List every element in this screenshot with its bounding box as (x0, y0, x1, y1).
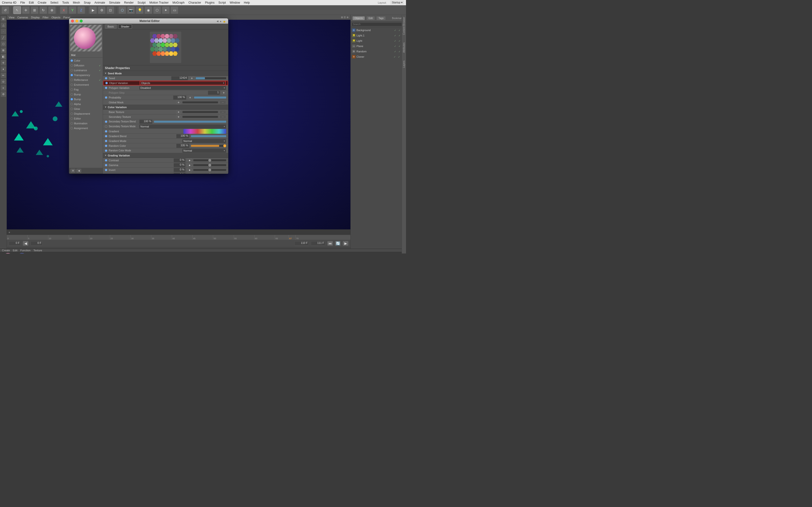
channel-color[interactable]: Color · · · · · · · (69, 58, 103, 63)
global-mask-slider[interactable] (183, 101, 218, 103)
x-axis[interactable]: X (60, 6, 68, 14)
menu-item-plugin[interactable]: Plugins (205, 1, 214, 4)
texture-material-btn[interactable]: Texture (33, 249, 42, 252)
render-region[interactable]: ⊡ (107, 6, 114, 14)
poly-variation-dropdown[interactable]: Disabled ▾ (139, 86, 226, 90)
secondary-blend-slider[interactable] (154, 121, 226, 123)
contrast-slider[interactable] (193, 159, 226, 161)
secondary-texture-btn[interactable]: ⊕ (176, 115, 181, 119)
mat-arrow-left[interactable]: ◀ (216, 20, 218, 22)
channel-transparency[interactable]: Transparency · · · · · · (69, 73, 103, 77)
hue-center[interactable]: ◆ (187, 173, 192, 174)
obj-background[interactable]: ⊞ Background ✓ ✓ (351, 27, 406, 33)
menu-item-file[interactable]: Cinema 4D (2, 1, 16, 4)
z-axis[interactable]: Z (77, 6, 85, 14)
base-texture-btn[interactable]: ⊕ (176, 110, 181, 114)
maximize-button[interactable] (80, 19, 83, 22)
menu-item-motiontracker[interactable]: Motion Tracker (149, 1, 168, 4)
seed-mode-header[interactable]: ▼ Seed Mode (103, 71, 228, 76)
cameras-menu[interactable]: Cameras (17, 16, 28, 19)
move-tool[interactable]: ✛ (22, 6, 30, 14)
random-color-input[interactable]: 335 % (176, 144, 190, 148)
base-texture-add[interactable]: ··· (219, 110, 226, 114)
contrast-radio[interactable] (105, 159, 107, 162)
cloner-vis2[interactable]: ✓ (397, 55, 401, 58)
normal-radio[interactable] (70, 98, 73, 101)
global-mask-btn[interactable]: ⊕ (176, 101, 181, 104)
search-input[interactable] (352, 22, 405, 26)
secondary-mode-dropdown[interactable]: Normal ▾ (139, 124, 226, 129)
environment-radio[interactable] (70, 83, 73, 86)
content-browser-label[interactable]: Content Browser (402, 16, 406, 36)
menu-item-create[interactable]: Create (38, 1, 46, 4)
display-menu[interactable]: Display (31, 16, 40, 19)
color-radio[interactable] (70, 59, 73, 62)
probability-slider[interactable] (194, 97, 226, 99)
paint-mode[interactable]: ✏ (0, 72, 6, 78)
gradient-blend-input[interactable]: 100 % (176, 134, 190, 138)
invert-radio[interactable] (105, 169, 107, 171)
channel-illumination[interactable]: Illumination (69, 121, 103, 126)
edit-material-btn[interactable]: Edit (13, 249, 17, 252)
camera-tool[interactable]: 📷 (127, 6, 135, 14)
seed-stepper[interactable]: ⊕ (190, 76, 194, 80)
channel-reflectance[interactable]: Reflectance · · · · · ✓ (69, 77, 103, 82)
grading-variation-header[interactable]: ▼ Grading Variation (103, 153, 228, 158)
diffusion-radio[interactable] (70, 64, 73, 67)
mat-arrow-up[interactable]: ▲ (219, 20, 222, 22)
invert-slider[interactable] (193, 169, 226, 171)
background-visibility[interactable]: ✓ (394, 29, 397, 32)
channel-alpha[interactable]: Alpha · · · · · · · · (69, 102, 103, 107)
menu-item-select[interactable]: Select (50, 1, 58, 4)
obj-random[interactable]: ⚙ Random ✓ ✓ (351, 49, 406, 54)
prev-frame[interactable]: ◀ (23, 241, 29, 246)
channel-diffusion[interactable]: Diffusion · · · · · · ✓ (69, 63, 103, 68)
render-frame[interactable]: ⚙ (98, 6, 106, 14)
light1-vis1[interactable]: ✓ (394, 34, 397, 37)
floor-tool[interactable]: ▭ (170, 6, 179, 14)
play-start[interactable]: ⏮ (327, 241, 333, 246)
seed-radio[interactable] (105, 77, 107, 79)
object-mode[interactable]: ⬡ (153, 6, 161, 14)
gradient-bar[interactable] (184, 129, 226, 134)
probability-input[interactable]: 100 % (173, 95, 186, 100)
channel-glow[interactable]: Glow · · · · · · · · · (69, 107, 103, 111)
menu-item-tools[interactable]: Tools (62, 1, 69, 4)
basic-tab[interactable]: Basic (105, 24, 117, 29)
minimize-button[interactable] (75, 19, 78, 22)
reflectance-check[interactable]: ✓ (98, 78, 101, 81)
seed-slider[interactable] (196, 77, 226, 79)
grad-mode-radio[interactable] (105, 140, 107, 142)
gradient-radio[interactable] (105, 130, 107, 132)
layer-mode[interactable]: ≡ (0, 85, 6, 91)
plane-vis1[interactable]: ✓ (394, 44, 397, 48)
point-mode[interactable]: · (0, 29, 6, 34)
play-button[interactable]: ▶ (343, 241, 349, 246)
obj-light1[interactable]: 💡 Light.1 ✓ ✓ (351, 33, 406, 38)
sec-blend-radio[interactable] (105, 120, 107, 123)
prob-stepper[interactable]: ⊕ (188, 96, 193, 100)
sculpt-mode[interactable]: ♦ (0, 66, 6, 72)
attributes-label[interactable]: Attributes (402, 42, 406, 54)
secondary-blend-input[interactable]: 100 % (139, 119, 152, 124)
fog-radio[interactable] (70, 89, 73, 91)
poly-var-radio[interactable] (105, 87, 107, 89)
select-tool[interactable]: ↖ (13, 6, 21, 14)
function-material-btn[interactable]: Function (20, 249, 31, 252)
menu-item-snap[interactable]: Snap (84, 1, 91, 4)
light-vis1[interactable]: ✓ (394, 39, 397, 43)
obj-plane[interactable]: ▭ Plane ✓ ✓ (351, 44, 406, 49)
plugin-mode[interactable]: ⚙ (0, 91, 6, 97)
rotate-tool[interactable]: ↻ (39, 6, 47, 14)
assignment-radio[interactable] (70, 127, 73, 129)
channel-editor[interactable]: Editor (69, 116, 103, 121)
light1-vis2[interactable]: ✓ (398, 34, 401, 37)
menu-item-animate[interactable]: Animate (95, 1, 105, 4)
glow-radio[interactable] (70, 108, 73, 110)
mat-prev-btn[interactable]: ◀ (77, 169, 81, 173)
channel-environment[interactable]: Environment · · · · · · (69, 82, 103, 87)
timeline-ruler[interactable]: 0 5 10 15 20 25 30 35 40 45 50 55 60 65 … (7, 235, 350, 240)
layers-label[interactable]: Layers (402, 60, 406, 69)
random-color-slider[interactable] (191, 145, 226, 147)
menu-item-render[interactable]: Render (124, 1, 134, 4)
